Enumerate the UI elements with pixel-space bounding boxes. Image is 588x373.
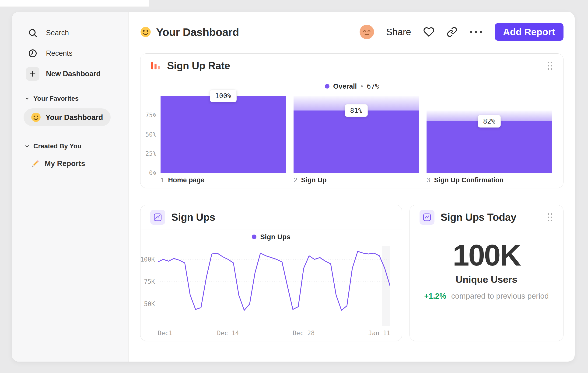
section-label: Your Favorites <box>33 95 79 102</box>
sign-ups-card: Sign Ups Sign Ups 100K 75K 50K <box>140 205 402 341</box>
sidebar-item-label: New Dashboard <box>46 70 101 78</box>
funnel-bars: 100% 81% 82% <box>160 96 552 173</box>
line-chart-icon <box>150 210 165 225</box>
chevron-down-icon <box>24 144 30 149</box>
card-header: Sign Ups <box>140 205 402 229</box>
sidebar-item-label: My Reports <box>45 159 85 168</box>
sidebar-item-my-reports[interactable]: My Reports <box>31 155 122 172</box>
y-tick-label: 50K <box>144 301 155 307</box>
drag-handle-icon[interactable] <box>546 60 554 71</box>
smiley-emoji-icon <box>31 112 41 122</box>
line-series-svg <box>158 246 390 326</box>
more-options-icon[interactable] <box>470 30 483 34</box>
x-tick-label: Dec1 <box>158 330 172 337</box>
avatar[interactable] <box>360 25 374 39</box>
line-legend: Sign Ups <box>140 229 402 244</box>
funnel-legend: Overall • 67% <box>140 78 563 95</box>
sidebar-item-label: Search <box>46 29 69 37</box>
line-plot-area <box>158 246 390 326</box>
card-title: Sign Ups Today <box>441 212 516 223</box>
step-name: Sign Up Confirmation <box>434 176 504 184</box>
step-number: 1 <box>160 176 164 184</box>
step-name: Sign Up <box>301 176 327 184</box>
chevron-down-icon <box>24 96 30 101</box>
y-tick-label: 75% <box>145 112 156 119</box>
funnel-bar-sign-up[interactable]: 81% <box>294 96 419 173</box>
y-tick-label: 75K <box>144 278 155 285</box>
funnel-badge: 82% <box>478 115 501 128</box>
add-report-button[interactable]: Add Report <box>495 23 564 41</box>
sign-up-rate-card: Sign Up Rate Overall • 67% 75% <box>140 53 564 188</box>
card-title: Sign Ups <box>171 212 215 223</box>
funnel-x-labels: 1 Home page 2 Sign Up 3 Sign Up Confirma… <box>160 176 552 184</box>
funnel-bar-solid <box>294 111 419 173</box>
metric-delta-row: +1.2% compared to previous period <box>410 292 563 301</box>
smiley-emoji-icon <box>140 27 151 37</box>
x-tick-label: Dec 14 <box>217 330 239 337</box>
favorites-section-toggle[interactable]: Your Favorites <box>24 92 122 105</box>
sidebar-item-label: Your Dashboard <box>45 113 103 122</box>
funnel-badge: 100% <box>210 90 237 102</box>
funnel-chart: 75% 50% 25% 0% 100% 81% <box>144 96 552 173</box>
y-tick-label: 0% <box>149 170 156 176</box>
app-window: Search Recents New Dashboard Your Favori <box>12 12 575 362</box>
top-strip <box>0 0 149 7</box>
metric-body: 100K Unique Users +1.2% compared to prev… <box>410 229 563 301</box>
funnel-badge: 81% <box>345 104 368 117</box>
funnel-chart-icon <box>150 60 161 71</box>
x-tick-label: Jan 11 <box>368 330 390 337</box>
legend-name: Overall <box>333 82 357 90</box>
metric-label: Unique Users <box>410 274 563 285</box>
legend-value: 67% <box>367 82 379 90</box>
plus-icon <box>26 67 39 81</box>
y-tick-label: 50% <box>145 131 156 138</box>
sidebar: Search Recents New Dashboard Your Favori <box>12 12 129 362</box>
step-number: 3 <box>427 176 430 184</box>
drag-handle-icon[interactable] <box>546 212 554 222</box>
line-chart-icon <box>420 210 434 225</box>
delta-value: +1.2% <box>424 292 446 300</box>
card-title: Sign Up Rate <box>167 60 230 71</box>
y-tick-label: 100K <box>140 256 155 263</box>
line-chart: 100K 75K 50K <box>144 246 390 326</box>
metric-value: 100K <box>410 240 563 271</box>
funnel-bar-sign-up-confirmation[interactable]: 82% <box>427 96 552 173</box>
pencil-emoji-icon <box>31 159 40 168</box>
card-header: Sign Ups Today <box>410 205 563 229</box>
funnel-step-label: 2 Sign Up <box>294 176 419 184</box>
legend-separator: • <box>360 82 363 90</box>
main-content: Your Dashboard Share <box>129 12 575 362</box>
sign-ups-today-card: Sign Ups Today 100K Unique Users +1.2% <box>410 205 564 341</box>
sidebar-item-new-dashboard[interactable]: New Dashboard <box>21 64 122 84</box>
share-button[interactable]: Share <box>386 27 411 37</box>
delta-caption: compared to previous period <box>451 292 549 300</box>
sidebar-item-recents[interactable]: Recents <box>21 43 122 64</box>
cards-row: Sign Ups Sign Ups 100K 75K 50K <box>140 205 564 341</box>
section-label: Created By You <box>33 142 81 150</box>
funnel-step-label: 3 Sign Up Confirmation <box>427 176 552 184</box>
copy-link-icon[interactable] <box>447 27 457 37</box>
header-actions: Share <box>360 23 564 41</box>
sidebar-item-label: Recents <box>46 49 73 58</box>
legend-dot <box>325 84 329 89</box>
funnel-bar-solid <box>427 121 552 173</box>
step-number: 2 <box>294 176 297 184</box>
legend-dot <box>252 234 256 239</box>
funnel-y-axis: 75% 50% 25% 0% <box>144 96 160 173</box>
sidebar-item-search[interactable]: Search <box>21 23 122 43</box>
dashboard-header: Your Dashboard Share <box>140 20 564 44</box>
step-name: Home page <box>168 176 204 184</box>
created-by-you-section-toggle[interactable]: Created By You <box>24 140 122 153</box>
x-tick-label: Dec 28 <box>293 330 315 337</box>
card-header: Sign Up Rate <box>140 54 563 78</box>
sidebar-item-your-dashboard[interactable]: Your Dashboard <box>24 108 111 126</box>
line-y-axis: 100K 75K 50K <box>144 246 158 326</box>
search-icon <box>26 26 39 40</box>
legend-name: Sign Ups <box>260 233 291 241</box>
y-tick-label: 25% <box>145 150 156 157</box>
funnel-bar-solid <box>160 96 286 173</box>
funnel-step-label: 1 Home page <box>160 176 286 184</box>
funnel-bar-home-page[interactable]: 100% <box>160 96 286 173</box>
favorite-heart-icon[interactable] <box>423 26 434 38</box>
clock-icon <box>26 47 39 60</box>
